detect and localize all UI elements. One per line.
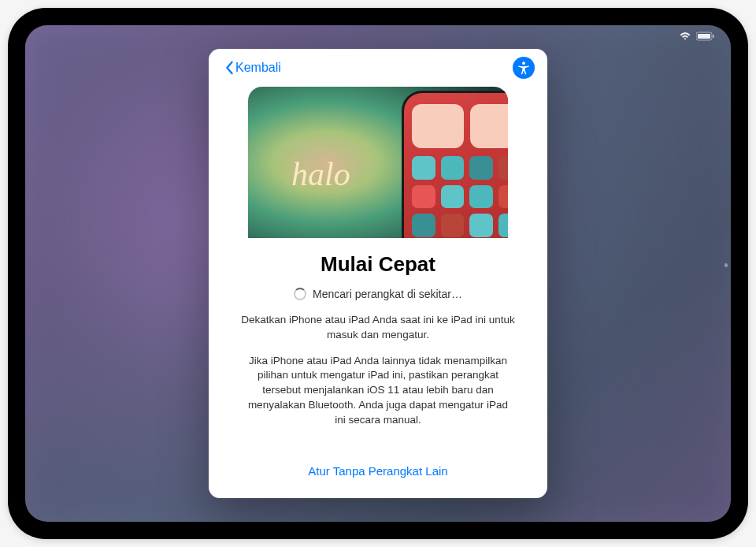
phone-app-icon (412, 156, 435, 180)
phone-app-icon (412, 214, 435, 237)
ipad-device-frame: Kembali halo (8, 8, 748, 539)
back-button[interactable]: Kembali (221, 58, 284, 78)
instruction-text: Dekatkan iPhone atau iPad Anda saat ini … (240, 313, 516, 343)
phone-app-icon (441, 156, 465, 180)
ipad-screen: Kembali halo (25, 25, 731, 522)
svg-rect-1 (698, 34, 710, 39)
halo-greeting: halo (291, 155, 350, 193)
phone-widgets-row (412, 104, 508, 148)
phone-app-icon (469, 185, 493, 209)
phone-widget (412, 104, 464, 148)
phone-app-grid (412, 156, 508, 237)
card-header: Kembali (209, 49, 547, 87)
phone-app-icon (441, 185, 465, 209)
iphone-mockup (402, 91, 508, 238)
card-content: Mulai Cepat Mencari perangkat di sekitar… (209, 238, 547, 444)
setup-manually-button[interactable]: Atur Tanpa Perangkat Lain (295, 458, 460, 484)
phone-app-icon (498, 214, 509, 237)
phone-app-icon (441, 214, 465, 237)
hero-illustration: halo (209, 87, 547, 238)
quick-start-setup-card: Kembali halo (209, 49, 547, 498)
searching-text: Mencari perangkat di sekitar… (313, 288, 462, 300)
wifi-icon (679, 32, 691, 41)
card-footer: Atur Tanpa Perangkat Lain (209, 444, 547, 498)
ipad-wallpaper-preview: halo (248, 87, 508, 238)
help-text: Jika iPhone atau iPad Anda lainnya tidak… (240, 354, 516, 428)
chevron-left-icon (224, 61, 234, 75)
phone-app-icon (412, 185, 435, 209)
svg-point-3 (522, 61, 525, 65)
phone-app-icon (469, 214, 493, 237)
phone-widget (470, 104, 509, 148)
phone-app-icon (498, 185, 509, 209)
status-bar (679, 32, 715, 41)
searching-status: Mencari perangkat di sekitar… (294, 288, 462, 300)
accessibility-button[interactable] (513, 57, 535, 79)
accessibility-icon (516, 60, 532, 76)
phone-app-icon (498, 156, 509, 180)
back-label: Kembali (235, 61, 281, 75)
phone-app-icon (469, 156, 493, 180)
battery-icon (696, 32, 715, 41)
page-title: Mulai Cepat (321, 252, 435, 277)
svg-rect-2 (713, 35, 714, 38)
spinner-icon (294, 288, 306, 300)
